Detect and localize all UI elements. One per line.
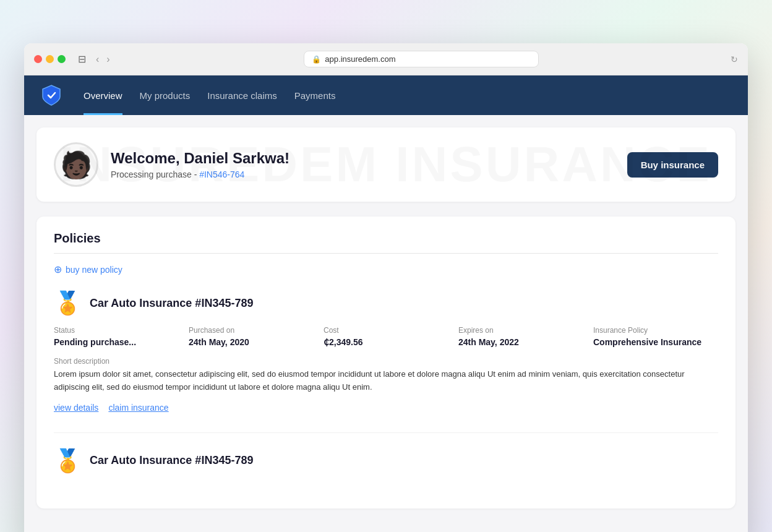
buy-insurance-button[interactable]: Buy insurance	[627, 152, 718, 178]
minimize-button[interactable]	[46, 55, 54, 63]
policies-section: Policies ⊕ buy new policy 🏅 Car Auto Ins…	[36, 217, 736, 508]
claim-insurance-link[interactable]: claim insurance	[108, 403, 168, 413]
status-label: Status	[54, 326, 179, 335]
address-bar-container: 🔒 app.insuredem.com	[120, 51, 723, 67]
policy-type-value: Comprehensive Insurance	[593, 337, 718, 347]
purchased-value: 24th May, 2020	[189, 337, 314, 347]
add-circle-icon: ⊕	[54, 264, 62, 275]
avatar: 🧑🏿	[54, 142, 98, 187]
sidebar-toggle-icon[interactable]: ⊟	[78, 53, 86, 65]
security-icon: 🔒	[312, 55, 321, 64]
short-desc-text: Lorem ipsum dolor sit amet, consectetur …	[54, 368, 718, 394]
buy-new-policy-label: buy new policy	[66, 265, 122, 275]
meta-status: Status Pending purchase...	[54, 326, 179, 347]
meta-cost: Cost ₵2,349.56	[324, 326, 448, 347]
nav-link-my-products[interactable]: My products	[140, 75, 191, 115]
meta-policy-type: Insurance Policy Comprehensive Insurance	[593, 326, 718, 347]
nav-arrows: ‹ ›	[93, 53, 113, 66]
purchased-label: Purchased on	[189, 326, 314, 335]
view-details-link[interactable]: view details	[54, 403, 98, 413]
cost-value: ₵2,349.56	[324, 337, 448, 347]
meta-expires: Expires on 24th May, 2022	[458, 326, 583, 347]
nav-link-overview[interactable]: Overview	[84, 75, 122, 115]
policy-meta: Status Pending purchase... Purchased on …	[54, 326, 718, 347]
traffic-lights	[34, 55, 66, 63]
app-logo	[39, 83, 64, 108]
welcome-text: Welcome, Daniel Sarkwa! Processing purch…	[111, 150, 615, 179]
welcome-banner: INSUREDEM INSURANCE 🧑🏿 Welcome, Daniel S…	[36, 127, 736, 202]
policy-item-header: 🏅 Car Auto Insurance #IN345-789	[54, 448, 718, 474]
welcome-greeting: Welcome, Daniel Sarkwa!	[111, 150, 615, 167]
address-bar[interactable]: 🔒 app.insuredem.com	[304, 51, 539, 67]
nav-link-insurance-claims[interactable]: Insurance claims	[207, 75, 277, 115]
app-nav: Overview My products Insurance claims Pa…	[24, 75, 748, 115]
processing-link[interactable]: #IN546-764	[199, 169, 244, 179]
policy-actions: view details claim insurance	[54, 403, 718, 413]
refresh-button[interactable]: ↻	[731, 54, 738, 64]
policies-divider	[54, 253, 718, 254]
url-text: app.insuredem.com	[325, 54, 395, 64]
policy-item-divider	[54, 432, 718, 433]
cost-label: Cost	[324, 326, 448, 335]
back-button[interactable]: ‹	[93, 53, 101, 66]
expires-label: Expires on	[458, 326, 583, 335]
policy-type-label: Insurance Policy	[593, 326, 718, 335]
policy-description: Short description Lorem ipsum dolor sit …	[54, 357, 718, 394]
close-button[interactable]	[34, 55, 42, 63]
expires-value: 24th May, 2022	[458, 337, 583, 347]
nav-link-payments[interactable]: Payments	[294, 75, 336, 115]
policy-name: Car Auto Insurance #IN345-789	[90, 454, 253, 467]
welcome-status: Processing purchase - #IN546-764	[111, 169, 615, 179]
avatar-emoji: 🧑🏿	[60, 150, 92, 180]
buy-new-policy-link[interactable]: ⊕ buy new policy	[54, 264, 718, 275]
logo-shield-icon	[40, 84, 62, 106]
policy-icon: 🏅	[54, 448, 81, 474]
browser-window: ⊟ ‹ › 🔒 app.insuredem.com ↻ Overview My …	[24, 43, 748, 532]
policies-title: Policies	[54, 231, 101, 246]
policies-header: Policies	[54, 231, 718, 246]
short-desc-label: Short description	[54, 357, 718, 366]
browser-chrome: ⊟ ‹ › 🔒 app.insuredem.com ↻	[24, 43, 748, 75]
policy-name: Car Auto Insurance #IN345-789	[90, 297, 253, 310]
policy-icon: 🏅	[54, 290, 81, 316]
nav-links: Overview My products Insurance claims Pa…	[84, 75, 335, 115]
maximize-button[interactable]	[58, 55, 66, 63]
policy-item: 🏅 Car Auto Insurance #IN345-789 Status P…	[54, 290, 718, 413]
status-value: Pending purchase...	[54, 337, 179, 347]
main-content: INSUREDEM INSURANCE 🧑🏿 Welcome, Daniel S…	[24, 115, 748, 532]
policy-item-header: 🏅 Car Auto Insurance #IN345-789	[54, 290, 718, 316]
meta-purchased: Purchased on 24th May, 2020	[189, 326, 314, 347]
forward-button[interactable]: ›	[104, 53, 112, 66]
policy-item: 🏅 Car Auto Insurance #IN345-789	[54, 448, 718, 474]
